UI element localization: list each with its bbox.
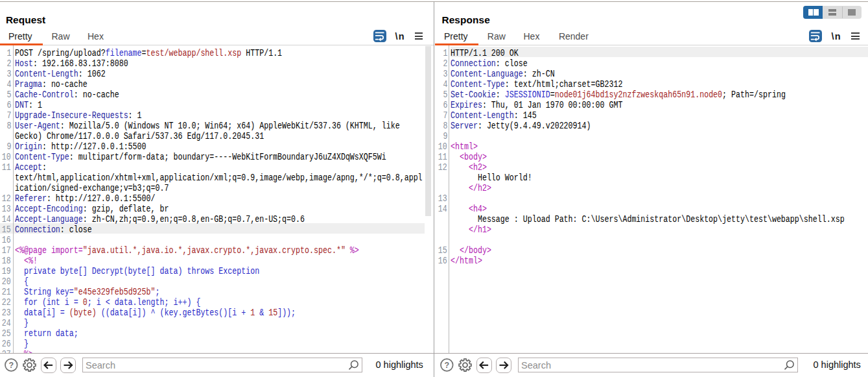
svg-text:?: ? [8,361,14,370]
